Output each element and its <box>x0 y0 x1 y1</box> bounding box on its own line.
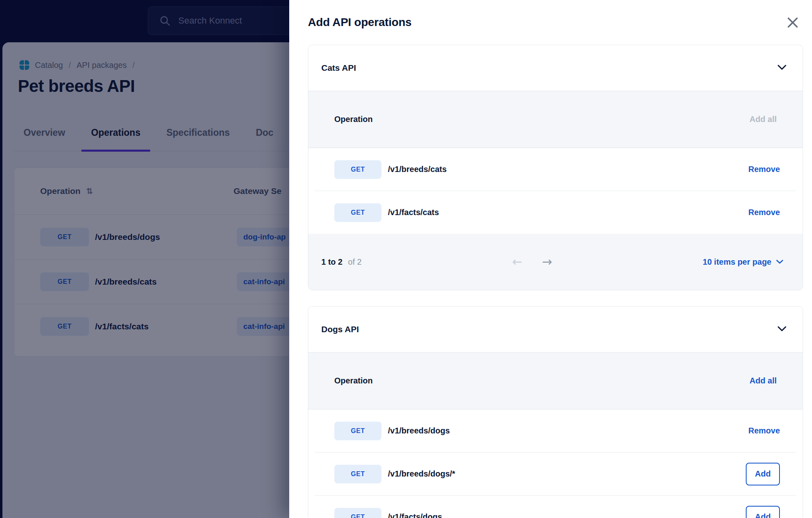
add-all-button[interactable]: Add all <box>749 376 777 385</box>
items-per-page-dropdown[interactable]: 10 items per page <box>703 257 783 267</box>
screen: Search Konnect Catalog / API packages / … <box>0 0 812 518</box>
panel-header: Add API operations <box>289 0 812 45</box>
operation-row: GET /v1/facts/cats Remove <box>308 191 803 234</box>
method-badge: GET <box>334 203 381 222</box>
row-action: Add <box>746 463 780 485</box>
section-title: Cats API <box>321 63 356 73</box>
remove-link[interactable]: Remove <box>748 165 780 174</box>
close-icon <box>787 17 798 28</box>
operation-path: /v1/breeds/dogs/* <box>388 469 455 479</box>
section-cats-api: Cats API Operation Add all GET <box>308 45 803 290</box>
operation-column-label: Operation <box>334 376 372 385</box>
method-badge: GET <box>334 508 381 518</box>
cats-api-collapse-header[interactable]: Cats API <box>308 45 803 91</box>
cats-api-body: Operation Add all GET /v1/breeds/cats Re… <box>308 91 803 290</box>
pagination-range: 1 to 2 of 2 <box>321 257 362 267</box>
chevron-down-icon <box>776 260 783 264</box>
add-api-operations-panel: Add API operations Cats API <box>289 0 812 518</box>
operation-rows: GET /v1/breeds/dogs Remove GET /v1/breed… <box>308 409 803 518</box>
operation-path: /v1/breeds/cats <box>388 165 447 174</box>
operation-row: GET /v1/breeds/dogs Remove <box>308 409 803 452</box>
section-dogs-api: Dogs API Operation Add all GET <box>308 306 803 518</box>
section-title: Dogs API <box>321 324 359 334</box>
add-all-button: Add all <box>749 115 777 124</box>
row-action: Remove <box>748 426 780 435</box>
row-action: Add <box>746 506 780 518</box>
items-per-page-label: 10 items per page <box>703 257 771 267</box>
operation-path: /v1/breeds/dogs <box>388 426 450 435</box>
dogs-api-collapse-header[interactable]: Dogs API <box>308 307 803 352</box>
pagination-arrows: ← → <box>362 256 703 268</box>
operation-path: /v1/facts/cats <box>388 208 439 217</box>
pagination-range-values: 1 to 2 <box>321 257 342 266</box>
operation-column-label: Operation <box>334 115 372 124</box>
pagination-bar: 1 to 2 of 2 ← → 10 items per page <box>308 234 803 290</box>
operation-list-header: Operation Add all <box>308 353 803 409</box>
row-action: Remove <box>748 165 780 174</box>
panel-title: Add API operations <box>308 16 411 29</box>
operation-path: /v1/facts/dogs <box>388 512 442 518</box>
next-page-arrow-icon[interactable]: → <box>542 256 552 268</box>
remove-link[interactable]: Remove <box>748 426 780 435</box>
remove-link[interactable]: Remove <box>748 208 780 217</box>
operation-list-header: Operation Add all <box>308 91 803 148</box>
chevron-down-icon <box>777 64 786 72</box>
previous-page-arrow-icon[interactable]: ← <box>512 256 522 268</box>
method-badge: GET <box>334 465 381 483</box>
operation-rows: GET /v1/breeds/cats Remove GET /v1/facts… <box>308 148 803 234</box>
panel-body: Cats API Operation Add all GET <box>289 45 812 518</box>
operation-row: GET /v1/breeds/cats Remove <box>308 148 803 191</box>
method-badge: GET <box>334 160 381 179</box>
operation-row: GET /v1/facts/dogs Add <box>308 496 803 518</box>
operation-row: GET /v1/breeds/dogs/* Add <box>308 453 803 495</box>
row-action: Remove <box>748 208 780 217</box>
pagination-total: of 2 <box>348 257 362 266</box>
chevron-down-icon <box>777 326 786 333</box>
add-button[interactable]: Add <box>746 463 780 485</box>
add-button[interactable]: Add <box>746 506 780 518</box>
method-badge: GET <box>334 422 381 440</box>
dogs-api-body: Operation Add all GET /v1/breeds/dogs Re… <box>308 352 803 518</box>
close-button[interactable] <box>784 14 801 30</box>
